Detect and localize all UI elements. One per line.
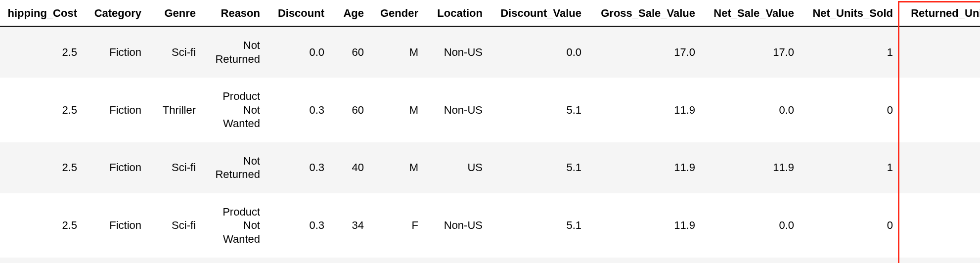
col-header-discount-value: Discount_Value [490,2,588,26]
cell-discount: 0.3 [267,142,331,193]
cell-genre: Sci-fi [148,258,203,263]
cell-reason: Not Returned [203,258,267,263]
cell-discount-value: 5.1 [490,142,588,193]
cell-reason: Not Returned [203,26,267,78]
cell-location: Non-US [425,258,490,263]
cell-returned-units: 0 [900,26,980,78]
cell-returned-units: 0 [900,142,980,193]
cell-location: Non-US [425,193,490,258]
cell-genre: Thriller [148,78,203,142]
cell-category: Fiction [84,78,148,142]
cell-gross-sale: 11.9 [588,193,702,258]
table-row: 2.5 Fiction Thriller Product Not Wanted … [0,78,980,142]
col-header-location: Location [425,2,490,26]
cell-returned-units: 1 [900,193,980,258]
col-header-discount: Discount [267,2,331,26]
cell-age: 19 [331,258,371,263]
cell-reason: Product Not Wanted [203,78,267,142]
table-row: 2.5 Fiction Sci-fi Product Not Wanted 0.… [0,193,980,258]
cell-net-sale: 17.0 [702,258,801,263]
cell-net-sale: 0.0 [702,78,801,142]
col-header-net-units: Net_Units_Sold [801,2,900,26]
col-header-gender: Gender [371,2,425,26]
cell-shipping-cost: 2.5 [0,258,84,263]
cell-discount-value: 0.0 [490,258,588,263]
cell-net-sale: 17.0 [702,26,801,78]
cell-net-units: 0 [801,78,900,142]
cell-reason: Not Returned [203,142,267,193]
col-header-genre: Genre [148,2,203,26]
table-row: 2.5 Fiction Sci-fi Not Returned 0.0 19 F… [0,258,980,263]
table-row: 2.5 Fiction Sci-fi Not Returned 0.3 40 M… [0,142,980,193]
cell-age: 34 [331,193,371,258]
cell-category: Fiction [84,26,148,78]
col-header-category: Category [84,2,148,26]
col-header-reason: Reason [203,2,267,26]
cell-age: 40 [331,142,371,193]
cell-genre: Sci-fi [148,26,203,78]
table-wrapper: hipping_Cost Category Genre Reason Disco… [0,0,980,263]
cell-returned-units: 0 [900,258,980,263]
cell-shipping-cost: 2.5 [0,78,84,142]
cell-discount: 0.3 [267,78,331,142]
cell-gender: M [371,78,425,142]
cell-gender: M [371,26,425,78]
cell-gross-sale: 11.9 [588,78,702,142]
cell-net-units: 1 [801,26,900,78]
cell-net-units: 1 [801,142,900,193]
cell-discount: 0.0 [267,258,331,263]
cell-net-sale: 11.9 [702,142,801,193]
data-table: hipping_Cost Category Genre Reason Disco… [0,2,980,263]
cell-age: 60 [331,26,371,78]
cell-gender: F [371,258,425,263]
col-header-net-sale: Net_Sale_Value [702,2,801,26]
cell-discount-value: 0.0 [490,26,588,78]
cell-discount: 0.0 [267,26,331,78]
cell-discount: 0.3 [267,193,331,258]
col-header-age: Age [331,2,371,26]
cell-discount-value: 5.1 [490,193,588,258]
cell-returned-units: 1 [900,78,980,142]
cell-gender: F [371,193,425,258]
cell-gross-sale: 17.0 [588,258,702,263]
cell-genre: Sci-fi [148,142,203,193]
cell-genre: Sci-fi [148,193,203,258]
cell-age: 60 [331,78,371,142]
cell-location: Non-US [425,78,490,142]
cell-gender: M [371,142,425,193]
cell-net-units: 1 [801,258,900,263]
cell-net-units: 0 [801,193,900,258]
cell-net-sale: 0.0 [702,193,801,258]
cell-category: Fiction [84,193,148,258]
cell-shipping-cost: 2.5 [0,193,84,258]
cell-shipping-cost: 2.5 [0,26,84,78]
col-header-gross-sale: Gross_Sale_Value [588,2,702,26]
cell-location: US [425,142,490,193]
cell-reason: Product Not Wanted [203,193,267,258]
cell-category: Fiction [84,142,148,193]
cell-gross-sale: 17.0 [588,26,702,78]
cell-category: Fiction [84,258,148,263]
col-header-shipping-cost: hipping_Cost [0,2,84,26]
cell-discount-value: 5.1 [490,78,588,142]
table-header-row: hipping_Cost Category Genre Reason Disco… [0,2,980,26]
col-header-returned-units: Returned_Units [900,2,980,26]
cell-gross-sale: 11.9 [588,142,702,193]
cell-shipping-cost: 2.5 [0,142,84,193]
cell-location: Non-US [425,26,490,78]
table-row: 2.5 Fiction Sci-fi Not Returned 0.0 60 M… [0,26,980,78]
